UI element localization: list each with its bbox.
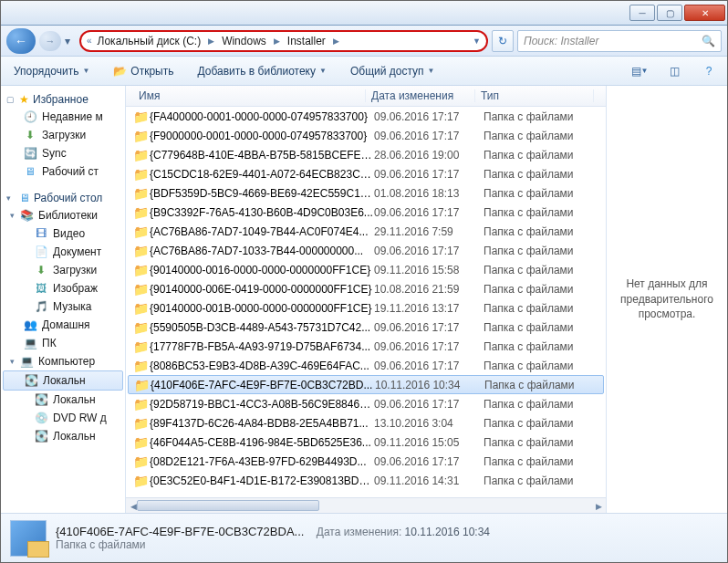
- file-date: 09.11.2016 15:05: [374, 436, 484, 449]
- file-row[interactable]: 📁{90140000-006E-0419-0000-0000000FF1CE}1…: [126, 279, 606, 298]
- close-button[interactable]: ✕: [684, 5, 725, 21]
- file-name: {5590505B-D3CB-4489-A543-75731D7C42...: [150, 321, 374, 334]
- file-date: 09.06.2016 17:17: [374, 340, 484, 353]
- file-row[interactable]: 📁{0E3C52E0-B4F1-4D1E-B172-E390813BD9...0…: [126, 471, 606, 490]
- scrollbar-thumb[interactable]: [137, 500, 319, 511]
- expand-icon[interactable]: ▾: [10, 357, 15, 366]
- sidebar-desktop-header[interactable]: ▾ 🖥 Рабочий стол: [1, 190, 125, 206]
- search-icon[interactable]: 🔍: [702, 35, 715, 47]
- history-dropdown[interactable]: ▾: [65, 35, 76, 47]
- folder-icon: 📁: [133, 186, 150, 201]
- sidebar-item-sync[interactable]: 🔄Sync: [1, 144, 125, 162]
- file-date: 10.08.2016 21:59: [374, 283, 484, 296]
- chevron-right-icon[interactable]: ▶: [272, 36, 282, 46]
- breadcrumb-address-bar[interactable]: « Локальный диск (C:) ▶ Windows ▶ Instal…: [79, 30, 488, 52]
- sidebar-item-desktop[interactable]: 🖥Рабочий ст: [1, 162, 125, 181]
- sidebar-item-music[interactable]: 🎵Музыка: [1, 297, 125, 316]
- sidebar-item-recent[interactable]: 🕘Недавние м: [1, 108, 125, 126]
- organize-menu[interactable]: Упорядочить▼: [8, 61, 95, 81]
- file-row[interactable]: 📁{46F044A5-CE8B-4196-984E-5BD6525E36...0…: [126, 433, 606, 452]
- pc-icon: 💻: [23, 336, 37, 350]
- file-list[interactable]: 📁{FA400000-0001-0000-0000-074957833700}0…: [126, 107, 606, 497]
- file-date: 09.06.2016 17:17: [374, 321, 484, 334]
- chevron-right-icon[interactable]: ▶: [206, 36, 216, 46]
- view-options-button[interactable]: ▤ ▼: [629, 61, 650, 81]
- expand-icon[interactable]: ▾: [10, 211, 15, 220]
- file-row[interactable]: 📁{90140000-001B-0000-0000-0000000FF1CE}1…: [126, 298, 606, 318]
- maximize-button[interactable]: ▢: [657, 5, 682, 21]
- file-name: {90140000-001B-0000-0000-0000000FF1CE}: [150, 302, 374, 315]
- preview-pane-button[interactable]: ◫: [663, 61, 685, 81]
- folder-icon: 📁: [133, 435, 150, 450]
- scroll-right-icon[interactable]: ▶: [591, 498, 606, 513]
- file-date: 09.06.2016 17:17: [374, 245, 484, 257]
- sidebar-item-pc[interactable]: 💻ПК: [1, 334, 125, 352]
- file-row[interactable]: 📁{92D58719-BBC1-4CC3-A08B-56C9E88462...0…: [126, 394, 606, 413]
- sidebar-item-video[interactable]: 🎞Видео: [1, 224, 125, 243]
- search-input[interactable]: Поиск: Installer 🔍: [517, 30, 722, 52]
- column-header-type[interactable]: Тип: [475, 89, 594, 102]
- column-header-name[interactable]: Имя: [133, 89, 366, 102]
- horizontal-scrollbar[interactable]: ◀ ▶: [126, 497, 606, 513]
- column-header-date[interactable]: Дата изменения: [366, 89, 475, 102]
- file-row[interactable]: 📁{410F406E-7AFC-4E9F-BF7E-0CB3C72BD...10…: [128, 375, 604, 394]
- collapse-icon[interactable]: ▢: [6, 95, 16, 104]
- chevron-right-icon[interactable]: ▶: [331, 36, 341, 46]
- details-date-value: 10.11.2016 10:34: [405, 526, 490, 538]
- back-button[interactable]: ←: [6, 28, 36, 54]
- folder-open-icon: 📂: [113, 65, 127, 78]
- file-row[interactable]: 📁{AC76BA86-7AD7-1049-7B44-AC0F074E4...29…: [126, 222, 606, 241]
- file-row[interactable]: 📁{C779648B-410E-4BBA-B75B-5815BCEFE7...2…: [126, 145, 606, 164]
- file-name: {B9C3392F-76A5-4130-B60B-4D9C0B03E6...: [150, 206, 374, 219]
- share-menu[interactable]: Общий доступ▼: [345, 61, 441, 81]
- minimize-button[interactable]: ─: [629, 5, 655, 21]
- folder-icon: 📁: [133, 263, 150, 277]
- details-item-name: {410F406E-7AFC-4E9F-BF7E-0CB3C72BDA...: [56, 525, 304, 538]
- sidebar-item-downloads[interactable]: ⬇Загрузки: [1, 126, 125, 144]
- breadcrumb-seg-windows[interactable]: Windows: [218, 35, 270, 47]
- file-date: 09.06.2016 17:17: [374, 206, 484, 219]
- computer-icon: 💻: [19, 354, 34, 369]
- sidebar-item-documents[interactable]: 📄Документ: [1, 243, 125, 261]
- sidebar-favorites-header[interactable]: ▢ ★ Избранное: [1, 91, 125, 108]
- file-row[interactable]: 📁{FA400000-0001-0000-0000-074957833700}0…: [126, 107, 606, 126]
- file-row[interactable]: 📁{AC76BA86-7AD7-1033-7B44-000000000...09…: [126, 241, 606, 260]
- breadcrumb-seg-disk[interactable]: Локальный диск (C:): [94, 35, 205, 47]
- file-row[interactable]: 📁{BDF5359D-5BC9-4669-BE69-42EC559C19...0…: [126, 183, 606, 203]
- file-type: Папка с файлами: [484, 474, 602, 487]
- forward-button[interactable]: →: [39, 31, 61, 51]
- sidebar-item-libraries[interactable]: ▾📚Библиотеки: [1, 206, 125, 224]
- sidebar-item-local-disk[interactable]: 💽Локальн: [3, 370, 123, 391]
- sidebar-item-images[interactable]: 🖼Изображ: [1, 279, 125, 297]
- sidebar-item-local-disk3[interactable]: 💽Локальн: [1, 427, 125, 445]
- file-row[interactable]: 📁{17778F7B-FB5A-4A93-9719-D75BAF6734...0…: [126, 337, 606, 356]
- file-type: Папка с файлами: [484, 417, 602, 430]
- video-icon: 🎞: [34, 226, 48, 241]
- folder-icon: 📁: [133, 359, 150, 373]
- expand-icon[interactable]: ▾: [6, 193, 16, 203]
- sidebar-item-computer[interactable]: ▾💻Компьютер: [1, 352, 125, 370]
- breadcrumb-dropdown[interactable]: ▼: [473, 36, 481, 46]
- music-icon: 🎵: [34, 299, 48, 314]
- file-row[interactable]: 📁{F9000000-0001-0000-0000-074957833700}0…: [126, 126, 606, 145]
- file-row[interactable]: 📁{89F4137D-6C26-4A84-BDB8-2E5A4BB71...13…: [126, 413, 606, 433]
- sidebar-item-downloads2[interactable]: ⬇Загрузки: [1, 261, 125, 279]
- file-row[interactable]: 📁{8086BC53-E9B3-4D8B-A39C-469E64FAC...09…: [126, 356, 606, 375]
- file-type: Папка с файлами: [484, 302, 602, 315]
- breadcrumb-seg-installer[interactable]: Installer: [284, 35, 329, 47]
- sidebar-item-local-disk2[interactable]: 💽Локальн: [1, 391, 125, 409]
- folder-icon: 📁: [133, 339, 150, 354]
- add-to-library-menu[interactable]: Добавить в библиотеку▼: [192, 61, 331, 81]
- sidebar-item-dvd[interactable]: 💿DVD RW д: [1, 409, 125, 427]
- open-button[interactable]: 📂 Открыть: [108, 61, 179, 81]
- file-row[interactable]: 📁{08D2E121-7F6A-43EB-97FD-629B4493D...09…: [126, 452, 606, 471]
- sidebar-item-homegroup[interactable]: 👥Домашня: [1, 316, 125, 334]
- breadcrumb-history-icon[interactable]: «: [87, 36, 92, 46]
- file-date: 28.06.2016 19:00: [374, 149, 484, 162]
- file-row[interactable]: 📁{90140000-0016-0000-0000-0000000FF1CE}0…: [126, 260, 606, 279]
- help-button[interactable]: ?: [698, 61, 720, 81]
- file-row[interactable]: 📁{C15CDC18-62E9-4401-A072-64ECB823CE...0…: [126, 164, 606, 183]
- file-row[interactable]: 📁{5590505B-D3CB-4489-A543-75731D7C42...0…: [126, 318, 606, 337]
- refresh-button[interactable]: ↻: [492, 30, 514, 52]
- file-row[interactable]: 📁{B9C3392F-76A5-4130-B60B-4D9C0B03E6...0…: [126, 203, 606, 222]
